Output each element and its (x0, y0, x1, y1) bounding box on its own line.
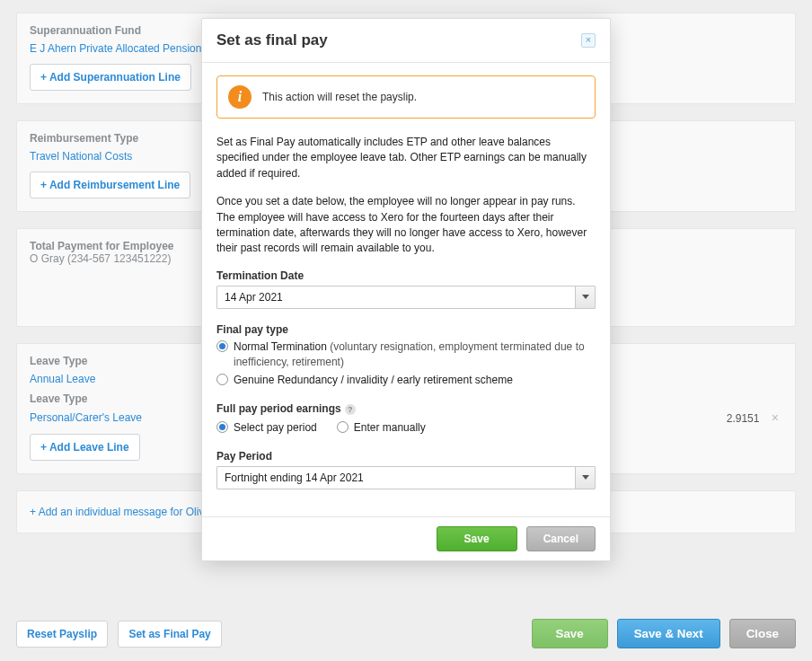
pay-period-value: Fortnight ending 14 Apr 2021 (217, 467, 575, 489)
info-icon: i (228, 85, 252, 109)
chevron-down-icon[interactable] (575, 467, 595, 489)
radio-normal-label: Normal Termination (voluntary resignatio… (234, 339, 596, 370)
radio-enter-manual-label: Enter manually (354, 420, 426, 436)
termination-date-label: Termination Date (216, 269, 304, 282)
pay-period-select[interactable]: Fortnight ending 14 Apr 2021 (216, 466, 596, 489)
radio-enter-manually[interactable] (337, 421, 349, 433)
modal-save-button[interactable]: Save (437, 526, 517, 551)
modal-para-2: Once you set a date below, the employee … (216, 194, 596, 257)
termination-date-select[interactable]: 14 Apr 2021 (216, 286, 596, 309)
radio-normal-termination[interactable] (216, 340, 228, 352)
close-icon[interactable]: × (581, 33, 596, 48)
modal-cancel-button[interactable]: Cancel (526, 526, 596, 551)
modal-alert: i This action will reset the payslip. (216, 75, 596, 119)
modal-title: Set as final pay (216, 31, 328, 49)
modal-overlay: Set as final pay × i This action will re… (0, 0, 812, 661)
radio-redundancy-label: Genuine Redundancy / invalidity / early … (234, 373, 513, 388)
final-pay-type-label: Final pay type (216, 323, 288, 336)
modal-para-1: Set as Final Pay automatically includes … (216, 135, 596, 181)
radio-select-pay-period[interactable] (216, 421, 228, 433)
termination-date-value: 14 Apr 2021 (217, 286, 575, 308)
chevron-down-icon[interactable] (575, 286, 595, 308)
pay-period-label: Pay Period (216, 450, 272, 463)
alert-text: This action will reset the payslip. (262, 91, 417, 103)
help-icon[interactable]: ? (345, 404, 356, 415)
radio-select-period-label: Select pay period (234, 420, 317, 436)
full-pay-period-label: Full pay period earnings? (216, 402, 356, 415)
radio-genuine-redundancy[interactable] (216, 374, 228, 385)
final-pay-modal: Set as final pay × i This action will re… (201, 18, 611, 561)
